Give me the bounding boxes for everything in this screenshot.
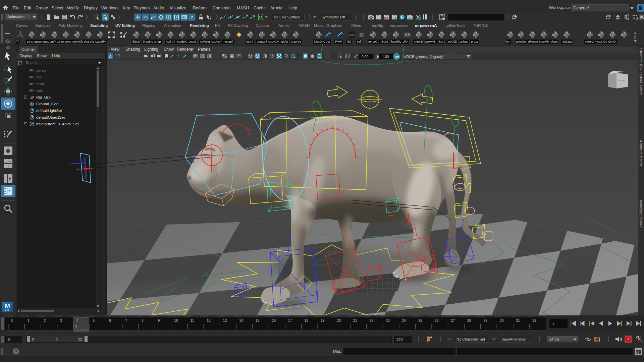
svg-text:15: 15 (256, 318, 260, 322)
svg-text:14: 14 (239, 318, 243, 322)
svg-text:3: 3 (60, 318, 62, 322)
svg-text:30: 30 (500, 318, 504, 322)
svg-text:32: 32 (532, 318, 536, 322)
svg-text:11: 11 (191, 318, 194, 322)
svg-text:18: 18 (304, 318, 308, 322)
svg-text:10: 10 (174, 318, 178, 322)
svg-text:4: 4 (75, 324, 77, 328)
svg-text:20: 20 (337, 318, 341, 322)
svg-text:FRONT: FRONT (609, 79, 615, 81)
svg-text:RIGHT: RIGHT (619, 79, 625, 81)
svg-text:1: 1 (28, 318, 30, 322)
svg-text:9: 9 (158, 318, 160, 322)
svg-text:7: 7 (125, 318, 127, 322)
svg-text:24: 24 (402, 318, 406, 322)
svg-text:T: T (238, 55, 240, 58)
svg-text:19: 19 (321, 318, 325, 322)
svg-text:28: 28 (467, 318, 471, 322)
svg-text:2: 2 (44, 318, 46, 322)
svg-text:27: 27 (451, 318, 455, 322)
svg-text:NG: NG (349, 33, 354, 37)
svg-text:8: 8 (142, 318, 144, 322)
svg-text:22: 22 (370, 318, 374, 322)
svg-text:4: 4 (76, 318, 78, 322)
svg-text:0: 0 (11, 318, 13, 322)
svg-text:13: 13 (223, 318, 227, 322)
svg-text:?: ? (191, 15, 193, 20)
svg-text:IPR: IPR (384, 17, 388, 19)
svg-text:25: 25 (418, 318, 422, 322)
svg-text:16: 16 (272, 318, 276, 322)
svg-text:21: 21 (353, 318, 357, 322)
svg-text:{;}: {;} (636, 351, 639, 354)
svg-text:29: 29 (483, 318, 487, 322)
svg-text:A: A (109, 54, 112, 58)
svg-text:5: 5 (93, 318, 95, 322)
svg-text:23: 23 (386, 318, 390, 322)
svg-text:26: 26 (435, 318, 439, 322)
svg-text:12: 12 (207, 318, 211, 322)
svg-text:31: 31 (516, 318, 520, 322)
svg-text:17: 17 (288, 318, 292, 322)
svg-text:M: M (359, 32, 364, 38)
svg-text:6: 6 (109, 318, 111, 322)
